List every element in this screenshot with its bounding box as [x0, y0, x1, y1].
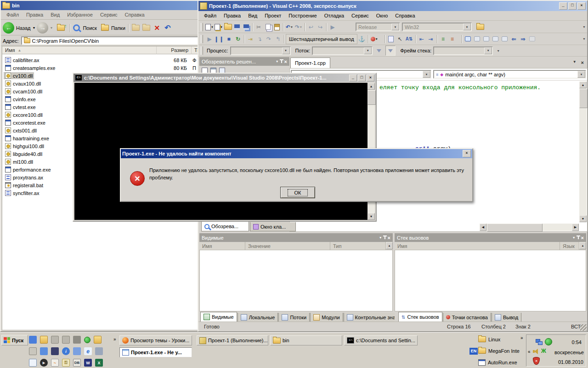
quicklaunch-icon-media-player[interactable]: ▶ — [40, 359, 48, 367]
editor-hscrollbar[interactable]: ◀ ▶ — [480, 224, 579, 231]
search-button[interactable]: Поиск — [73, 24, 96, 31]
toolbar-overflow[interactable]: ▼ — [582, 37, 586, 40]
column-name[interactable]: Имя — [199, 242, 245, 250]
prev-bookmark-button[interactable] — [473, 34, 482, 44]
quicklaunch-icon-notepad[interactable] — [29, 359, 37, 367]
prev-bookmark-doc-button[interactable]: ⇐ — [509, 34, 519, 44]
delete-button[interactable]: ✕ — [153, 23, 162, 33]
step-into-button[interactable]: ↴ — [255, 34, 264, 44]
solution-explorer-header[interactable]: Обозреватель решен... ▼ × — [199, 57, 289, 66]
language-indicator[interactable]: EN — [469, 348, 478, 355]
task-button-bin[interactable]: bin — [270, 335, 342, 345]
column-header-name[interactable]: Имя ▲ — [2, 46, 157, 54]
stack-frame-combo[interactable]: ▼ — [433, 46, 493, 55]
find-in-files-button[interactable] — [475, 23, 485, 32]
uncomment-button[interactable]: ≡ — [448, 34, 457, 44]
quicklaunch-icon-key[interactable]: ⚿ — [62, 359, 70, 367]
toolbar-overflow[interactable]: ▼ — [582, 25, 586, 29]
display-code-button[interactable] — [386, 34, 396, 44]
quicklaunch-icon-messenger[interactable] — [40, 347, 48, 355]
panel-close-icon[interactable]: × — [388, 235, 390, 241]
prev-bookmark-folder-button[interactable] — [491, 34, 500, 44]
breakpoints-button[interactable]: ▼ — [370, 34, 379, 44]
side-toolbar-chevron[interactable]: » — [520, 335, 523, 340]
column-language[interactable]: Язык — [560, 242, 579, 250]
new-project-button[interactable]: ▼ — [205, 23, 214, 32]
scroll-thumb[interactable] — [579, 89, 588, 108]
callstack-header[interactable]: Стек вызовов ▼ × — [395, 233, 586, 242]
toolbar-overflow[interactable]: ▼ — [497, 49, 500, 52]
quicklaunch-icon-folder[interactable] — [40, 336, 48, 344]
flag-threads-button[interactable] — [374, 46, 384, 55]
back-button[interactable]: ← Назад ▼ — [3, 22, 35, 34]
tab-threads[interactable]: Потоки — [278, 313, 310, 322]
back-dropdown[interactable]: ▼ — [33, 26, 36, 29]
editor-vscrollbar[interactable]: ▲ ▼ — [579, 81, 587, 222]
quicklaunch-icon-database[interactable]: DB — [73, 359, 81, 367]
scroll-left-icon[interactable]: ◀ — [480, 224, 486, 231]
platform-combo[interactable]: Win32▼ — [402, 23, 472, 31]
column-type[interactable]: Тип — [330, 242, 386, 250]
members-combo[interactable]: ≡ ◆ main(int argc, char ** argv) ▼ — [433, 70, 586, 79]
font-button[interactable]: A⇅ — [405, 34, 414, 44]
combo-dropdown-icon[interactable]: ▼ — [463, 23, 471, 30]
quicklaunch-icon-calculator[interactable] — [95, 347, 103, 355]
hex-display-button[interactable]: Шестнадцатеричный вывод — [286, 34, 357, 44]
navigate-back-button[interactable]: ↩ — [306, 23, 316, 32]
quicklaunch-icon-info[interactable]: i — [62, 347, 70, 355]
quicklaunch-icon-device[interactable] — [51, 336, 59, 344]
combo-dropdown-icon[interactable]: ▼ — [484, 47, 492, 54]
continue-button[interactable]: ▶ — [205, 34, 214, 44]
scroll-up-icon[interactable]: ▲ — [579, 81, 587, 88]
tab-output[interactable]: Вывод — [492, 313, 521, 322]
tab-breakpoints[interactable]: Точки останова — [443, 313, 491, 322]
tab-close-icon[interactable]: × — [581, 60, 584, 65]
save-all-button[interactable] — [242, 23, 251, 32]
restart-button[interactable]: ↻ — [233, 34, 243, 44]
dialog-close-button[interactable]: ✕ — [463, 150, 471, 157]
menu-view[interactable]: Вид — [47, 11, 63, 18]
scroll-down-icon[interactable]: ▼ — [579, 215, 587, 222]
next-bookmark-folder-button[interactable] — [500, 34, 509, 44]
quicklaunch-overflow-chevron[interactable]: » — [113, 337, 116, 342]
column-value[interactable]: Значение — [245, 242, 330, 250]
task-button-visual-studio[interactable]: Проект-1 (Выполнение)... — [197, 335, 268, 345]
resize-grip[interactable] — [580, 324, 587, 331]
vs-menu-window[interactable]: Окно — [373, 12, 392, 19]
add-item-button[interactable]: ▼ — [214, 23, 223, 32]
dock-tab-solution-explorer[interactable]: Обозрева... — [201, 221, 249, 231]
task-button-console[interactable]: C:\ c:\Documents and Settin... — [344, 335, 418, 345]
combo-dropdown-icon[interactable]: ▼ — [391, 23, 399, 30]
quicklaunch-icon-internet-explorer[interactable]: e — [84, 347, 92, 355]
toggle-bookmark-button[interactable] — [464, 34, 473, 44]
next-bookmark-doc-button[interactable]: ⇒ — [519, 34, 528, 44]
dialog-titlebar[interactable]: Проект-1.exe - Не удалось найти компонен… — [121, 149, 472, 158]
scroll-thumb[interactable] — [368, 90, 376, 105]
scroll-right-icon[interactable]: ▶ — [572, 224, 579, 231]
panel-menu-icon[interactable]: ▼ — [379, 236, 382, 239]
panel-close-icon[interactable]: × — [284, 59, 287, 64]
quicklaunch-icon-printer[interactable] — [29, 347, 37, 355]
outdent-button[interactable]: ⇤ — [417, 34, 426, 44]
pin-icon[interactable] — [578, 236, 579, 239]
task-button-firefox[interactable]: Просмотр темы - Уроки... — [119, 335, 192, 345]
up-button[interactable]: ↑ — [54, 23, 67, 33]
pause-button[interactable]: ❙❙ — [214, 34, 224, 44]
combo-dropdown-icon[interactable]: ▼ — [577, 71, 585, 78]
paste-button[interactable] — [272, 23, 282, 32]
step-out-button[interactable]: ↰ — [273, 34, 283, 44]
vs-menu-file[interactable]: Файл — [200, 12, 220, 19]
bug-tray-icon[interactable]: Ж — [541, 348, 546, 354]
open-file-button[interactable] — [223, 23, 232, 32]
side-item-linux[interactable]: Linux — [478, 336, 500, 342]
combo-dropdown-icon[interactable]: ▼ — [364, 47, 372, 54]
tab-list-dropdown-icon[interactable]: ▼ — [573, 60, 577, 65]
comment-button[interactable]: ≡ — [439, 34, 448, 44]
undo-button[interactable]: ↶ — [163, 23, 172, 33]
vs-menu-debug[interactable]: Отладка — [321, 12, 348, 19]
cut-button[interactable]: ✂ — [254, 23, 263, 32]
network-tray-icon[interactable] — [536, 339, 542, 345]
maximize-button[interactable]: □ — [358, 75, 366, 81]
minimize-button[interactable]: _ — [349, 75, 357, 81]
folders-button[interactable]: Папки — [101, 25, 125, 31]
